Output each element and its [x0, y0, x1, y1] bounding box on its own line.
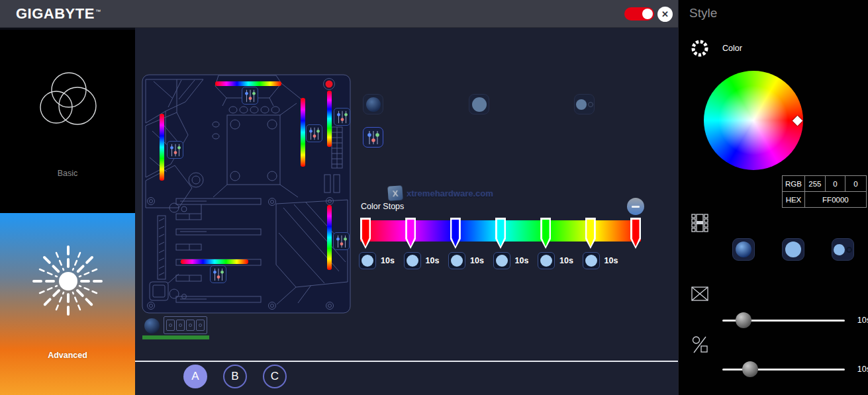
duration-value: 10s: [426, 256, 440, 265]
duration-chip: 10s: [448, 252, 484, 269]
color-stops-label: Color Stops: [361, 202, 404, 211]
color-stop-marker[interactable]: [630, 218, 641, 249]
profile-button-c[interactable]: C: [263, 365, 287, 388]
remove-stop-button[interactable]: [627, 198, 644, 215]
mode-sidebar: Basic Advanced: [0, 28, 135, 395]
panel-mode-flat-button[interactable]: [782, 238, 804, 261]
transition-time-value: 10s: [857, 316, 868, 325]
color-stop-fill: [407, 220, 414, 247]
strip-settings-icon[interactable]: [306, 124, 322, 142]
rgb-label: RGB: [783, 176, 805, 192]
header-led-sphere[interactable]: [144, 318, 160, 333]
rgb-header-connector[interactable]: [164, 316, 207, 334]
circle-icon: [472, 97, 487, 112]
duration-button[interactable]: [538, 252, 555, 269]
strip-settings-icon[interactable]: [242, 87, 258, 105]
slider-knob[interactable]: [742, 361, 758, 377]
hex-value[interactable]: FF0000: [804, 192, 866, 208]
preview-area: X xtremehardware.com Color Stops 10s10s1…: [135, 28, 678, 361]
equalizer-settings-button[interactable]: [363, 127, 383, 148]
hex-label: HEX: [783, 192, 805, 208]
slider-track[interactable]: [722, 369, 845, 371]
color-stops-track[interactable]: [360, 218, 641, 249]
color-stop-marker[interactable]: [585, 218, 596, 249]
duration-chip: 10s: [538, 252, 573, 269]
duration-button[interactable]: [359, 252, 376, 269]
sphere-icon: [736, 241, 751, 257]
profile-button-b[interactable]: B: [223, 365, 247, 388]
duration-dot-icon: [407, 255, 418, 267]
slider-knob[interactable]: [736, 312, 751, 328]
ring-icon: [846, 247, 852, 253]
motherboard-illustration: [140, 71, 352, 316]
color-stop-marker[interactable]: [360, 218, 371, 249]
color-wheel-icon: [691, 39, 709, 58]
panel-mode-row: [679, 238, 868, 261]
circle-icon: [834, 244, 845, 255]
pin: [176, 320, 185, 331]
duration-button[interactable]: [493, 252, 510, 269]
style-panel-title: Style: [689, 6, 717, 21]
tab-basic[interactable]: Basic: [0, 30, 135, 213]
duration-value: 10s: [381, 256, 395, 265]
color-stop-fill: [632, 220, 640, 247]
panel-mode-dual-button[interactable]: [832, 238, 854, 261]
color-stop-marker[interactable]: [450, 218, 461, 249]
rgb-b-value[interactable]: 0: [845, 176, 866, 192]
duration-dot-icon: [362, 255, 373, 267]
duration-chip: 10s: [493, 252, 529, 269]
duration-dot-icon: [496, 255, 508, 267]
color-stop-fill: [542, 220, 550, 247]
led-strip-bottom[interactable]: [181, 259, 248, 264]
rgb-fusion-window: GIGABYTE™ ✕ Basic: [0, 0, 868, 395]
percent-icon: [691, 335, 708, 354]
duration-value: 10s: [559, 256, 573, 265]
color-stop-fill: [587, 220, 594, 247]
led-strip-top[interactable]: [215, 81, 281, 86]
circle-icon: [785, 241, 801, 257]
pin: [166, 320, 175, 331]
color-stop-marker[interactable]: [540, 218, 551, 249]
strip-settings-icon[interactable]: [333, 232, 350, 250]
hold-time-slider: 10s: [722, 360, 861, 378]
duration-value: 10s: [604, 256, 618, 265]
duration-button[interactable]: [448, 252, 465, 269]
duration-chip: 10s: [583, 252, 618, 269]
power-toggle-knob: [642, 9, 653, 19]
close-icon[interactable]: ✕: [657, 7, 673, 22]
watermark: X xtremehardware.com: [388, 186, 493, 200]
rgb-g-value[interactable]: 0: [825, 176, 845, 192]
led-strip-left[interactable]: [160, 114, 164, 181]
led-strip-right-lower[interactable]: [327, 205, 332, 270]
color-wheel[interactable]: [704, 71, 803, 170]
tab-advanced[interactable]: Advanced: [0, 213, 135, 395]
gigabyte-logo: GIGABYTE™: [16, 5, 101, 22]
starburst-icon: [25, 238, 111, 324]
color-stop-marker[interactable]: [495, 218, 506, 249]
color-stop-fill: [497, 220, 505, 247]
panel-mode-sphere-button[interactable]: [732, 238, 755, 261]
circle-icon: [576, 99, 587, 110]
profile-button-a[interactable]: A: [183, 365, 207, 388]
duration-button[interactable]: [404, 252, 421, 269]
trademark: ™: [95, 9, 101, 15]
color-section-label: Color: [722, 44, 742, 53]
strip-settings-icon[interactable]: [210, 265, 226, 283]
strip-settings-icon[interactable]: [167, 141, 183, 159]
led-strip-right-upper[interactable]: [327, 91, 332, 147]
duration-chip: 10s: [359, 252, 395, 269]
duration-button[interactable]: [583, 252, 600, 269]
led-strip-center[interactable]: [301, 98, 305, 167]
color-stop-marker[interactable]: [405, 218, 416, 249]
led-mode-flat-button[interactable]: [469, 94, 489, 114]
strip-settings-icon[interactable]: [334, 108, 350, 126]
tab-basic-label: Basic: [0, 169, 135, 178]
power-toggle[interactable]: [624, 7, 654, 21]
led-mode-sphere-button[interactable]: [363, 94, 383, 114]
titlebar: GIGABYTE™ ✕: [0, 0, 678, 28]
led-mode-dual-button[interactable]: [574, 94, 595, 114]
sliders-icon: [365, 129, 381, 146]
rgb-r-value[interactable]: 255: [804, 176, 825, 192]
transition-icon: [691, 286, 708, 302]
header-status-bar: [142, 335, 209, 339]
